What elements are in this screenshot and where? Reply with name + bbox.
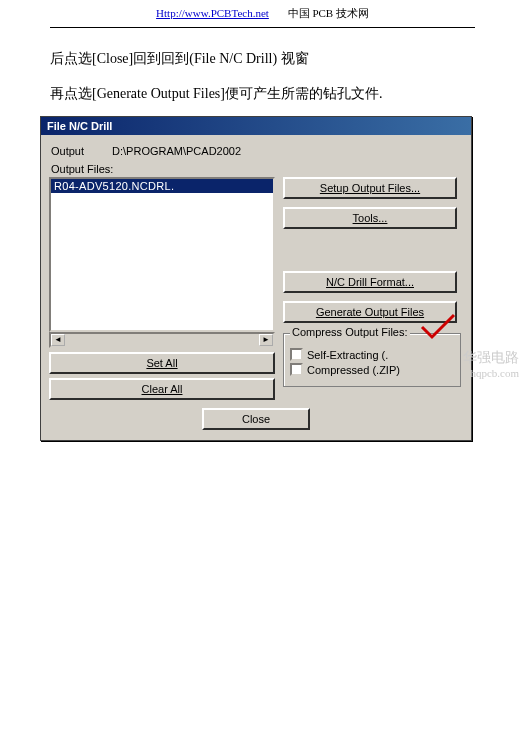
output-row: Output D:\PROGRAM\PCAD2002 xyxy=(51,145,463,157)
compressed-zip-label: Compressed (.ZIP) xyxy=(307,364,400,376)
generate-output-files-button[interactable]: Generate Output Files xyxy=(283,301,457,323)
scroll-left-icon[interactable]: ◄ xyxy=(51,334,65,346)
clear-all-button[interactable]: Clear All xyxy=(49,378,275,400)
output-path: D:\PROGRAM\PCAD2002 xyxy=(112,145,241,157)
file-nc-drill-dialog: File N/C Drill Output D:\PROGRAM\PCAD200… xyxy=(40,116,472,441)
tools-button[interactable]: Tools... xyxy=(283,207,457,229)
instruction-text-1: 后点选[Close]回到回到(File N/C Drill) 视窗 xyxy=(50,46,475,71)
output-files-listbox[interactable]: R04-ADV5120.NCDRL. xyxy=(49,177,275,332)
self-extracting-label: Self-Extracting (. xyxy=(307,349,388,361)
list-item[interactable]: R04-ADV5120.NCDRL. xyxy=(51,179,273,193)
instruction-text-2: 再点选[Generate Output Files]便可产生所需的钻孔文件. xyxy=(50,81,475,106)
dialog-titlebar[interactable]: File N/C Drill xyxy=(41,117,471,135)
output-files-label: Output Files: xyxy=(51,163,463,175)
header-link[interactable]: Http://www.PCBTech.net xyxy=(156,7,269,19)
watermark-cn: 华强电路 xyxy=(463,350,519,367)
header-site-title: 中国 PCB 技术网 xyxy=(288,7,369,19)
self-extracting-checkbox[interactable] xyxy=(290,348,303,361)
compressed-zip-checkbox[interactable] xyxy=(290,363,303,376)
compress-group-title: Compress Output Files: xyxy=(290,326,410,338)
horizontal-scrollbar[interactable]: ◄ ► xyxy=(49,332,275,348)
set-all-button[interactable]: Set All xyxy=(49,352,275,374)
page-header: Http://www.PCBTech.net 中国 PCB 技术网 xyxy=(50,0,475,28)
compress-groupbox: Compress Output Files: Self-Extracting (… xyxy=(283,333,461,387)
watermark-en: hqpcb.com xyxy=(463,367,519,380)
close-button[interactable]: Close xyxy=(202,408,310,430)
output-label: Output xyxy=(51,145,109,157)
watermark: 华强电路 hqpcb.com xyxy=(463,350,519,380)
setup-output-files-button[interactable]: Setup Output Files... xyxy=(283,177,457,199)
scroll-right-icon[interactable]: ► xyxy=(259,334,273,346)
nc-drill-format-button[interactable]: N/C Drill Format... xyxy=(283,271,457,293)
